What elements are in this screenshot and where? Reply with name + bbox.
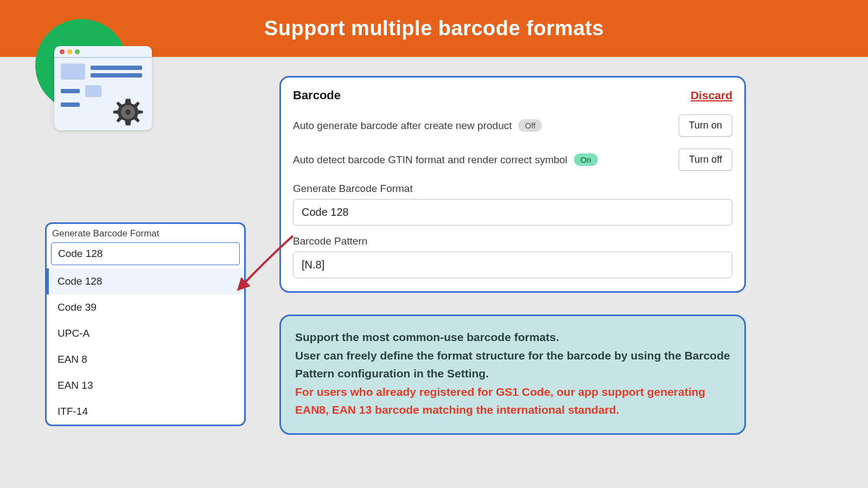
placeholder-line xyxy=(61,102,80,107)
traffic-light-red xyxy=(60,49,65,54)
setting-row-auto-detect: Auto detect barcode GTIN format and rend… xyxy=(293,149,732,171)
barcode-settings-panel: Barcode Discard Auto generate barcode af… xyxy=(279,76,746,293)
dropdown-list: Code 128 Code 39 UPC-A EAN 8 EAN 13 ITF-… xyxy=(47,268,244,425)
auto-generate-label: Auto generate barcode after create new p… xyxy=(293,120,512,132)
traffic-light-green xyxy=(75,49,80,54)
placeholder-block xyxy=(85,85,101,97)
app-icon-badge xyxy=(24,16,133,125)
format-label: Generate Barcode Format xyxy=(293,183,732,195)
placeholder-line xyxy=(91,66,142,70)
dropdown-item-itf14[interactable]: ITF-14 xyxy=(47,399,244,425)
info-callout: Support the most common-use barcode form… xyxy=(279,314,746,435)
discard-link[interactable]: Discard xyxy=(691,89,732,102)
format-select[interactable] xyxy=(293,199,732,226)
dropdown-item-code39[interactable]: Code 39 xyxy=(47,294,244,320)
pattern-input[interactable] xyxy=(293,252,732,278)
dropdown-item-code128[interactable]: Code 128 xyxy=(47,268,244,294)
format-dropdown-panel: Generate Barcode Format Code 128 Code 12… xyxy=(45,222,246,426)
auto-detect-label: Auto detect barcode GTIN format and rend… xyxy=(293,154,567,166)
format-field-group: Generate Barcode Format xyxy=(293,183,732,226)
info-line-1: Support the most common-use barcode form… xyxy=(295,328,730,346)
setting-row-auto-generate: Auto generate barcode after create new p… xyxy=(293,114,732,137)
gear-icon xyxy=(108,95,148,134)
info-line-2: User can freely define the format struct… xyxy=(295,346,730,383)
page-title: Support multiple barcode formats xyxy=(264,17,604,40)
dropdown-item-ean8[interactable]: EAN 8 xyxy=(47,346,244,373)
placeholder-line xyxy=(91,73,142,78)
status-badge-off: Off xyxy=(518,119,542,132)
status-badge-on: On xyxy=(574,153,598,166)
placeholder-block xyxy=(61,63,85,80)
dropdown-label: Generate Barcode Format xyxy=(47,228,244,242)
pattern-field-group: Barcode Pattern xyxy=(293,235,732,278)
placeholder-line xyxy=(61,89,80,93)
traffic-light-yellow xyxy=(67,49,72,54)
pattern-label: Barcode Pattern xyxy=(293,235,732,247)
svg-point-1 xyxy=(125,110,131,115)
dropdown-current[interactable]: Code 128 xyxy=(51,242,240,265)
turn-on-button[interactable]: Turn on xyxy=(679,114,732,137)
dropdown-item-ean13[interactable]: EAN 13 xyxy=(47,373,244,399)
browser-chrome xyxy=(54,46,152,58)
dropdown-item-upca[interactable]: UPC-A xyxy=(47,320,244,346)
info-line-3: For users who already registered for GS1… xyxy=(295,383,730,419)
panel-title: Barcode xyxy=(293,88,341,102)
turn-off-button[interactable]: Turn off xyxy=(679,149,732,171)
